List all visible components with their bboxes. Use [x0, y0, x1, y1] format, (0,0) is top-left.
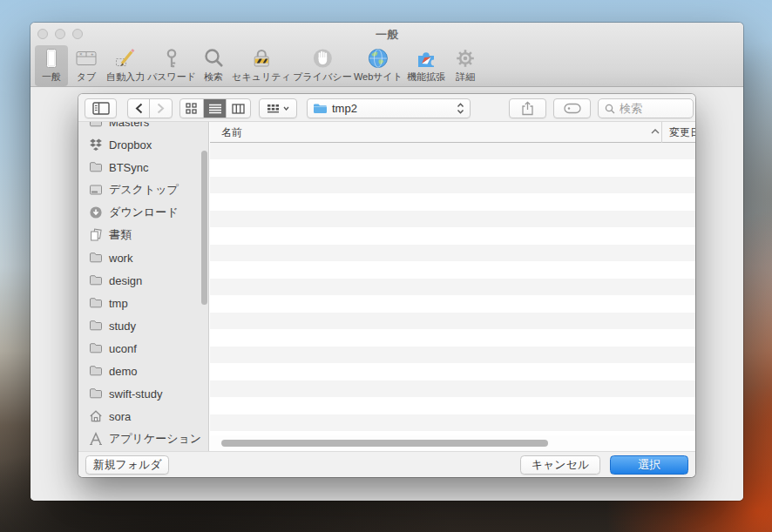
history-nav	[127, 98, 173, 118]
applications-icon	[89, 432, 103, 446]
svg-text:×: ×	[79, 51, 83, 57]
window-chrome: 一般 一般 ×+ タブ 自動入力 パスワード 検索	[30, 23, 743, 87]
file-list-body[interactable]	[210, 143, 695, 451]
cancel-button[interactable]: キャンセル	[520, 455, 600, 475]
safari-preferences-window: 一般 一般 ×+ タブ 自動入力 パスワード 検索	[30, 23, 743, 501]
horizontal-scroll-zone	[210, 435, 695, 451]
select-button[interactable]: 選択	[610, 455, 688, 475]
tab-label: 詳細	[456, 71, 475, 84]
updown-chevrons-icon	[457, 103, 464, 114]
sidebar-item-label: sora	[109, 410, 131, 423]
sidebar-item-design[interactable]: design	[78, 269, 208, 292]
tab-label: 一般	[42, 71, 61, 84]
column-view-icon	[232, 104, 245, 114]
sidebar-item-label: BTSync	[109, 161, 149, 174]
share-button[interactable]	[509, 98, 546, 118]
folder-icon	[89, 296, 103, 310]
sidebar-item-masters[interactable]: Masters	[78, 122, 208, 133]
tab-passwords[interactable]: パスワード	[142, 45, 201, 86]
location-value: tmp2	[332, 102, 452, 115]
list-view-icon	[209, 104, 221, 114]
sidebar-item-dropbox[interactable]: Dropbox	[78, 133, 208, 156]
tab-websites[interactable]: Webサイト	[349, 45, 408, 86]
sidebar-scrollbar[interactable]	[201, 151, 207, 305]
icon-view-button[interactable]	[180, 99, 204, 118]
file-list-pane: 名前 変更日	[210, 122, 695, 451]
sidebar-item-demo[interactable]: demo	[78, 360, 208, 382]
sidebar-item-label: Masters	[109, 122, 149, 129]
folder-icon	[313, 103, 328, 114]
sidebar-item-swift-study[interactable]: swift-study	[78, 382, 208, 405]
sidebar-item-documents[interactable]: 書類	[78, 224, 208, 246]
download-icon	[89, 205, 103, 219]
desktop-icon	[89, 183, 103, 197]
dialog-sidebar: Masters Dropbox BTSync デスクトップ	[78, 122, 209, 451]
search-input[interactable]	[620, 102, 685, 115]
sidebar-item-study[interactable]: study	[78, 314, 208, 337]
tab-label: 自動入力	[106, 71, 145, 84]
tab-advanced[interactable]: 詳細	[449, 45, 482, 86]
sidebar-item-label: uconf	[109, 342, 137, 355]
tab-privacy[interactable]: プライバシー	[288, 45, 356, 86]
folder-icon	[89, 273, 103, 287]
advanced-icon	[454, 47, 477, 70]
back-button[interactable]	[128, 99, 150, 118]
file-open-dialog: tmp2 Masters	[78, 94, 695, 477]
column-divider[interactable]	[661, 122, 662, 143]
sidebar-item-work[interactable]: work	[78, 246, 208, 269]
search-field[interactable]	[598, 98, 694, 118]
sidebar-item-tmp[interactable]: tmp	[78, 292, 208, 314]
location-popup[interactable]: tmp2	[307, 98, 471, 118]
tab-label: Webサイト	[354, 71, 403, 84]
tab-label: パスワード	[147, 71, 196, 84]
sidebar-item-label: 書類	[109, 227, 132, 243]
sidebar-item-label: design	[109, 274, 142, 287]
websites-icon	[367, 47, 389, 70]
svg-text:+: +	[91, 51, 94, 57]
list-view-button[interactable]	[204, 99, 227, 118]
tab-extensions[interactable]: 機能拡張	[402, 45, 450, 86]
column-header-date[interactable]: 変更日	[669, 125, 695, 140]
home-icon	[89, 409, 103, 423]
tab-general[interactable]: 一般	[35, 45, 68, 86]
passwords-icon	[160, 47, 183, 70]
chevron-down-icon	[283, 106, 289, 111]
forward-button[interactable]	[150, 99, 172, 118]
view-switcher	[179, 98, 251, 118]
search-tab-icon	[202, 47, 225, 70]
new-folder-button[interactable]: 新規フォルダ	[85, 455, 169, 475]
sidebar-item-home[interactable]: sora	[78, 405, 208, 428]
sidebar-item-desktop[interactable]: デスクトップ	[78, 178, 208, 201]
sidebar-item-label: swift-study	[109, 387, 162, 401]
horizontal-scrollbar[interactable]	[221, 440, 548, 447]
tabs-icon: ×+	[75, 47, 98, 70]
tab-tabs[interactable]: ×+ タブ	[70, 45, 103, 86]
tab-label: 機能拡張	[407, 71, 445, 84]
tab-search[interactable]: 検索	[197, 45, 230, 86]
arrange-menu-button[interactable]	[259, 98, 297, 118]
share-icon	[520, 101, 535, 116]
folder-icon	[89, 251, 103, 265]
list-header: 名前 変更日	[210, 122, 695, 143]
folder-icon	[89, 122, 103, 129]
dialog-toolbar: tmp2	[78, 94, 695, 122]
tab-security[interactable]: セキュリティ	[227, 45, 296, 86]
column-view-button[interactable]	[227, 99, 250, 118]
sidebar-toggle-button[interactable]	[85, 98, 117, 118]
column-header-name[interactable]: 名前	[221, 125, 242, 140]
sidebar-item-label: demo	[109, 365, 138, 378]
privacy-icon	[311, 47, 334, 70]
sidebar-item-btsync[interactable]: BTSync	[78, 156, 208, 178]
sidebar-item-downloads[interactable]: ダウンロード	[78, 201, 208, 224]
sidebar-icon	[92, 102, 110, 115]
general-icon	[40, 47, 63, 70]
sidebar-item-uconf[interactable]: uconf	[78, 337, 208, 360]
tag-button[interactable]	[553, 98, 591, 118]
sidebar-item-label: tmp	[109, 297, 128, 310]
sidebar-item-applications[interactable]: アプリケーション	[78, 428, 208, 450]
arrange-grid-icon	[267, 104, 280, 114]
chevron-right-icon	[157, 103, 165, 114]
desktop-wallpaper: 一般 一般 ×+ タブ 自動入力 パスワード 検索	[0, 0, 772, 532]
sidebar-item-label: ダウンロード	[109, 205, 179, 220]
search-icon	[605, 104, 615, 114]
